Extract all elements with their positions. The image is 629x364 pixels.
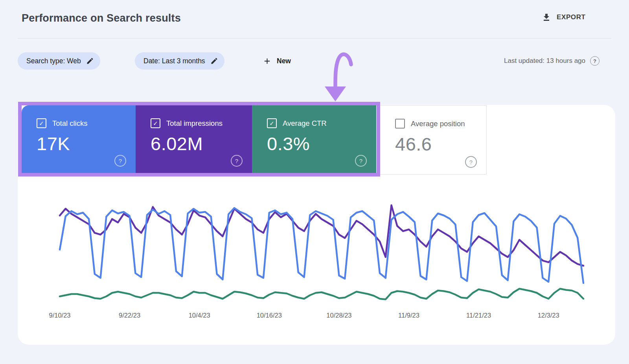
edit-pencil-icon[interactable] (210, 57, 218, 65)
x-axis-tick-label: 12/3/23 (538, 312, 559, 319)
date-filter-chip[interactable]: Date: Last 3 months (135, 52, 224, 70)
average-ctr-checkbox[interactable] (267, 118, 277, 128)
question-circle-icon[interactable] (114, 155, 126, 167)
date-filter-chip-label: Date: Last 3 months (143, 57, 205, 65)
export-label: EXPORT (557, 13, 586, 21)
header-divider (18, 38, 611, 39)
performance-chart[interactable] (35, 193, 594, 311)
x-axis-tick-label: 10/4/23 (189, 312, 210, 319)
new-filter-label: New (277, 57, 291, 65)
search-type-chip[interactable]: Search type: Web (18, 52, 100, 70)
total-impressions-value: 6.02M (151, 133, 203, 154)
x-axis-tick-label: 10/16/23 (257, 312, 282, 319)
metric-card-total-clicks[interactable]: Total clicks 17K (22, 105, 136, 173)
page-title: Performance on Search results (22, 12, 181, 24)
download-icon (542, 13, 551, 22)
average-ctr-label: Average CTR (283, 119, 327, 128)
total-clicks-checkbox[interactable] (37, 118, 46, 128)
question-circle-icon[interactable] (231, 155, 243, 167)
x-axis-tick-label: 11/21/23 (466, 312, 491, 319)
average-position-checkbox[interactable] (395, 119, 405, 129)
average-position-value: 46.6 (395, 133, 432, 155)
x-axis-tick-label: 10/28/23 (326, 312, 351, 319)
x-axis-tick-label: 11/9/23 (398, 312, 419, 319)
x-axis-tick-label: 9/10/23 (49, 312, 70, 319)
question-circle-icon[interactable] (465, 156, 477, 168)
metric-card-average-ctr[interactable]: Average CTR 0.3% (252, 105, 376, 173)
total-impressions-checkbox[interactable] (151, 118, 160, 128)
average-position-label: Average position (411, 119, 465, 128)
help-icon[interactable] (590, 56, 600, 66)
last-updated: Last updated: 13 hours ago (504, 52, 600, 70)
plus-icon (263, 57, 272, 66)
annotation-arrow (311, 46, 370, 105)
search-type-chip-label: Search type: Web (26, 57, 81, 65)
total-clicks-label: Total clicks (52, 119, 87, 128)
total-clicks-value: 17K (37, 133, 70, 154)
export-button[interactable]: EXPORT (542, 13, 586, 22)
metric-card-total-impressions[interactable]: Total impressions 6.02M (136, 105, 252, 173)
new-filter-button[interactable]: New (263, 52, 291, 70)
question-circle-icon[interactable] (355, 155, 367, 167)
average-ctr-value: 0.3% (267, 133, 310, 154)
x-axis-tick-label: 9/22/23 (119, 312, 140, 319)
metric-card-average-position[interactable]: Average position 46.6 (380, 105, 487, 175)
edit-pencil-icon[interactable] (86, 57, 94, 65)
total-impressions-label: Total impressions (166, 119, 223, 128)
last-updated-text: Last updated: 13 hours ago (504, 57, 585, 65)
